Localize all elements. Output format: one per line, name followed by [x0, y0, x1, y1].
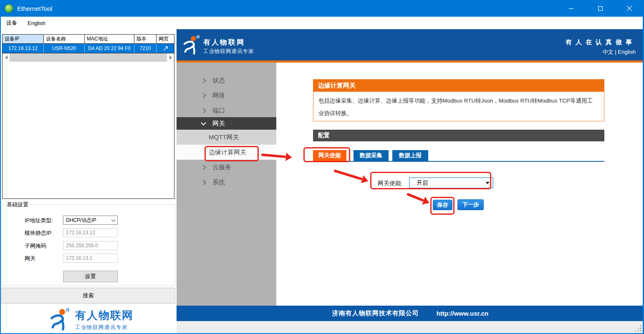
subnet-field[interactable]: 255.255.255.0 [63, 241, 118, 250]
chevron-down-icon [201, 120, 206, 126]
gateway-label: 网关 [25, 255, 35, 262]
minimize-icon [569, 6, 573, 11]
bottom-strip [177, 321, 644, 334]
device-row[interactable]: 172.16.13.12 USR-N520 D4 AD 20 22 94 F0 … [3, 44, 174, 53]
page-description: 包括边缘采集、边缘计算、边缘上报等功能，支持Modbus RTU转Json，Mo… [313, 92, 604, 121]
static-ip-label: 模块静态IP [25, 229, 51, 237]
close-button[interactable] [615, 0, 644, 17]
scrollbar-track[interactable] [10, 53, 167, 62]
col-mac: MAC地址 [85, 35, 134, 44]
web-footer: 济南有人物联网技术有限公司 http://www.usr.cn [177, 306, 644, 321]
sidebar-item-label: MQTT网关 [209, 133, 239, 141]
webpage-link-icon [163, 46, 168, 51]
chevron-down-icon [111, 218, 115, 222]
sidebar-item-label: 端口 [212, 107, 225, 115]
svg-text:R: R [67, 309, 68, 311]
usr-runner-logo-icon: R [49, 308, 71, 331]
app-window: EthernetTool 设备 English 设备IP 设备名称 MAC地址 … [0, 0, 644, 334]
ip-type-value: DHCP/动态IP [66, 217, 96, 224]
web-sidebar: 状态 网络 端口 网关 MQTT网关 边缘计算网关 云服务 系统 [177, 63, 276, 306]
highlight-box-gateway-enable-tab [303, 147, 350, 162]
tab-data-report[interactable]: 数据上报 [392, 150, 428, 161]
titlebar: EthernetTool [0, 0, 644, 17]
webpage-header: R 有人物联网 工业物联网通讯专家 有人在认真做事 中文 | English [177, 29, 644, 60]
ethernettool-app-icon [5, 4, 13, 13]
col-webpage: 网页 [157, 35, 174, 44]
chevron-right-icon [201, 93, 206, 98]
sidebar-item-gateway[interactable]: 网关 [177, 117, 276, 130]
sidebar-item-label: 云服务 [212, 163, 231, 171]
search-button[interactable]: 搜索 [1, 288, 175, 304]
left-brand-block: R 有人物联网 工业物联网通讯专家 [49, 308, 134, 331]
chevron-right-icon [201, 108, 206, 113]
left-brand-name: 有人物联网 [75, 308, 134, 323]
language-switch[interactable]: 中文 | English [603, 48, 636, 56]
resize-grip-icon[interactable] [635, 325, 642, 332]
subnet-row: 子网掩码 255.255.255.0 [2, 241, 175, 250]
device-name: USR-N520 [44, 44, 85, 53]
page-title: 边缘计算网关 [313, 79, 604, 92]
ip-type-label: IP地址类型: [25, 217, 53, 224]
device-table: 设备IP 设备名称 MAC地址 版本 网页 172.16.13.12 USR-N… [2, 34, 174, 199]
minimize-button[interactable] [556, 0, 586, 17]
sidebar-item-port[interactable]: 端口 [177, 103, 276, 118]
scroll-left-icon [5, 55, 8, 60]
device-table-hscrollbar[interactable] [3, 53, 174, 62]
col-device-ip: 设备IP [3, 35, 44, 44]
tab-underline [313, 161, 604, 162]
scroll-right-button[interactable] [167, 53, 174, 62]
footer-url[interactable]: http://www.usr.cn [437, 310, 488, 317]
basic-settings-legend: 基础设置 [5, 201, 30, 208]
sidebar-item-label: 状态 [212, 77, 225, 85]
device-ip: 172.16.13.12 [3, 44, 44, 53]
device-mac: D4 AD 20 22 94 F0 [85, 44, 134, 53]
device-table-header: 设备IP 设备名称 MAC地址 版本 网页 [3, 35, 174, 44]
col-device-name: 设备名称 [44, 35, 85, 44]
maximize-button[interactable] [586, 0, 615, 17]
left-brand-slogan: 工业物联网通讯专家 [75, 324, 134, 331]
web-motto: 有人在认真做事 [566, 38, 636, 46]
chevron-right-icon [201, 78, 206, 83]
sidebar-item-network[interactable]: 网络 [177, 88, 276, 103]
webpage-link[interactable] [157, 44, 174, 53]
config-section-header: 配置 [313, 130, 604, 141]
tab-data-collection[interactable]: 数据采集 [354, 150, 389, 161]
highlight-box-gateway-enable-select [370, 172, 491, 189]
gateway-field[interactable]: 172.16.13.1 [63, 254, 118, 263]
chevron-right-icon [201, 180, 206, 185]
select-caret [109, 216, 117, 224]
ip-type-row: IP地址类型: DHCP/动态IP [2, 216, 175, 225]
usr-runner-logo-icon: R [182, 35, 201, 55]
ip-type-select[interactable]: DHCP/动态IP [63, 216, 118, 225]
menu-device[interactable]: 设备 [2, 18, 21, 28]
sidebar-item-cloud-service[interactable]: 云服务 [177, 160, 276, 175]
sidebar-item-mqtt-gateway[interactable]: MQTT网关 [177, 130, 276, 145]
left-panel: 设备IP 设备名称 MAC地址 版本 网页 172.16.13.12 USR-N… [0, 29, 177, 334]
close-icon [627, 6, 632, 11]
subnet-label: 子网掩码 [25, 242, 46, 250]
sidebar-item-system[interactable]: 系统 [177, 175, 276, 190]
device-version: 7210 [134, 44, 157, 53]
maximize-icon [598, 6, 603, 11]
sidebar-item-label: 网络 [212, 92, 225, 100]
basic-settings-group: 基础设置 IP地址类型: DHCP/动态IP 模块静态IP 172.16.13.… [1, 204, 175, 286]
col-version: 版本 [134, 35, 157, 44]
highlight-box-save-button [430, 197, 455, 215]
static-ip-field[interactable]: 172.16.13.12 [63, 228, 118, 237]
gateway-row: 网关 172.16.13.1 [2, 254, 175, 263]
window-title: EthernetTool [17, 5, 52, 12]
scroll-left-button[interactable] [3, 53, 10, 62]
next-button[interactable]: 下一步 [457, 199, 484, 210]
static-ip-row: 模块静态IP 172.16.13.12 [2, 228, 175, 237]
highlight-box-edge-gateway [205, 146, 259, 161]
svg-text:R: R [197, 36, 199, 38]
footer-company: 济南有人物联网技术有限公司 [332, 309, 419, 317]
scroll-right-icon [169, 55, 172, 60]
sidebar-item-status[interactable]: 状态 [177, 73, 276, 88]
set-button[interactable]: 设置 [63, 271, 118, 282]
chevron-right-icon [201, 165, 206, 170]
menu-bar: 设备 English [0, 17, 644, 29]
menu-english[interactable]: English [23, 18, 50, 28]
sidebar-item-label: 网关 [212, 120, 225, 128]
web-brand-name: 有人物联网 [203, 38, 245, 47]
